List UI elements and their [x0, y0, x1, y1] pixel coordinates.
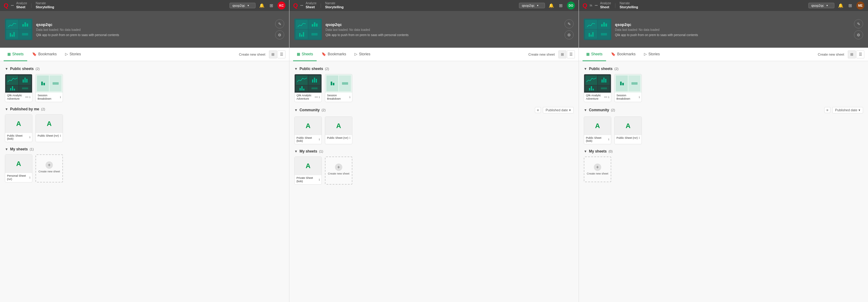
view-toggle-2: ⊞ ☰ — [558, 51, 575, 58]
sheet-name-session-1: Session Breakdown — [38, 94, 59, 100]
bell-icon-3[interactable]: 🔔 — [837, 2, 844, 9]
bell-icon-1[interactable]: 🔔 — [258, 2, 265, 9]
tab-stories-3[interactable]: ▷ Stories — [640, 48, 663, 61]
sheet-info-session-2[interactable]: ℹ — [349, 96, 350, 99]
create-label-1: Create new sheet — [38, 170, 60, 173]
grid-icon-1[interactable]: ⊞ — [268, 2, 275, 9]
sheet-card-session-2[interactable]: Session Breakdown ℹ — [325, 74, 352, 102]
app-dropdown-1[interactable]: qsop2qc — [229, 3, 255, 8]
sheet-card-qlik-3[interactable]: Qlik Analytic Adventure ••• ℹ — [584, 74, 611, 102]
create-plus-icon-1: + — [45, 161, 53, 169]
sheet-info-community-rvr-2[interactable]: ℹ — [349, 136, 350, 140]
sheet-card-community-bob-2[interactable]: A Public Sheet (bob) ℹ — [294, 117, 322, 145]
grid-icon-3[interactable]: ⊞ — [847, 2, 854, 9]
create-sheet-btn-3[interactable]: Create new sheet — [818, 53, 844, 56]
sheet-card-session-1[interactable]: Session Breakdown ℹ — [35, 74, 63, 102]
app-header-actions-1: ✎ ⚙ — [275, 19, 284, 39]
sheet-footer-session-2: Session Breakdown ℹ — [325, 93, 352, 102]
mode-info-2: Analyze Sheet — [306, 2, 317, 9]
sheet-tab-icon-2: ▦ — [297, 52, 300, 56]
tab-stories-1[interactable]: ▷ Stories — [61, 48, 84, 61]
sheet-info-session-1[interactable]: ℹ — [60, 96, 61, 99]
sheet-info-qlik-3[interactable]: ℹ — [608, 96, 609, 99]
grid-view-btn-2[interactable]: ⊞ — [558, 51, 566, 58]
tab-bookmarks-3[interactable]: 🔖 Bookmarks — [607, 48, 639, 61]
sheet-card-create-2[interactable]: + Create new sheet — [325, 156, 352, 185]
sheet-info-1[interactable]: ℹ — [29, 96, 30, 99]
section-toggle-my-3[interactable]: ▼ — [584, 149, 587, 153]
sheet-card-qlik-1[interactable]: Qlik Analytic Adventure ••• ℹ — [5, 74, 32, 102]
section-toggle-public-1[interactable]: ▼ — [5, 67, 8, 70]
sheet-more-3[interactable]: ••• — [604, 95, 607, 99]
more-icon-3[interactable]: ••• — [595, 4, 597, 7]
edit-action-2[interactable]: ✎ — [564, 19, 574, 28]
mini-line-chart-1 — [7, 77, 18, 84]
tab-sheets-3[interactable]: ▦ Sheets — [583, 48, 606, 61]
section-toggle-public-2[interactable]: ▼ — [294, 67, 298, 70]
sheet-card-personal-1[interactable]: A Personal Sheet (rvr) ℹ — [5, 154, 32, 182]
section-toggle-community-2[interactable]: ▼ — [294, 108, 298, 112]
list-view-btn-3[interactable]: ☰ — [857, 51, 864, 58]
sheet-more-1[interactable]: ••• — [25, 95, 28, 99]
sheet-name-private-2: Private Sheet (bob) — [297, 176, 318, 183]
section-toggle-public-3[interactable]: ▼ — [584, 67, 587, 70]
sheet-card-community-rvr-3[interactable]: A Public Sheet (rvr) ℹ — [614, 117, 642, 145]
create-sheet-label-2: Create new sheet — [528, 53, 555, 56]
section-toggle-my-2[interactable]: ▼ — [294, 149, 298, 153]
list-view-btn-2[interactable]: ☰ — [567, 51, 575, 58]
settings-action-1[interactable]: ⚙ — [275, 30, 284, 39]
tab-stories-2[interactable]: ▷ Stories — [351, 48, 374, 61]
edit-action-1[interactable]: ✎ — [275, 19, 284, 28]
sheet-card-public-rvr-1[interactable]: A Public Sheet (rvr) ℹ — [35, 114, 63, 143]
app-dropdown-3[interactable]: qsop2qc — [808, 3, 834, 8]
grid-view-btn-3[interactable]: ⊞ — [848, 51, 856, 58]
tab-bookmarks-2[interactable]: 🔖 Bookmarks — [318, 48, 350, 61]
sheet-card-create-1[interactable]: + Create new sheet — [35, 154, 63, 182]
sheet-card-public-bob-1[interactable]: A Public Sheet (bob) ℹ — [5, 114, 32, 143]
sheet-info-session-3[interactable]: ℹ — [639, 96, 640, 99]
sheet-footer-personal-1: Personal Sheet (rvr) ℹ — [5, 173, 32, 182]
bell-icon-2[interactable]: 🔔 — [548, 2, 555, 9]
create-sheet-btn-2[interactable]: Create new sheet — [528, 53, 555, 56]
tab-bookmarks-label-3: Bookmarks — [617, 52, 636, 56]
grid-view-btn-1[interactable]: ⊞ — [269, 51, 277, 58]
more-icon-2[interactable]: ••• — [301, 4, 303, 7]
tab-sheets-2[interactable]: ▦ Sheets — [293, 48, 317, 61]
sheet-card-community-bob-3[interactable]: A Public Sheet (bob) ℹ — [584, 117, 611, 145]
sheet-info-personal-1[interactable]: ℹ — [29, 176, 30, 179]
settings-action-2[interactable]: ⚙ — [564, 30, 574, 39]
sheet-footer-private-2: Private Sheet (bob) ℹ — [294, 175, 321, 184]
section-toggle-pubme-1[interactable]: ▼ — [5, 107, 8, 111]
sheet-card-community-rvr-2[interactable]: A Public Sheet (rvr) ℹ — [325, 117, 352, 145]
sheet-more-2[interactable]: ••• — [314, 95, 318, 99]
sheet-info-community-rvr-3[interactable]: ℹ — [639, 136, 640, 140]
section-toggle-community-3[interactable]: ▼ — [584, 108, 587, 112]
sheet-info-private-2[interactable]: ℹ — [319, 178, 320, 181]
create-sheet-btn-1[interactable]: Create new sheet — [239, 53, 265, 56]
app-dropdown-2[interactable]: qsop2qc — [519, 3, 545, 8]
sheet-info-bob-1[interactable]: ℹ — [29, 136, 30, 139]
section-toggle-my-1[interactable]: ▼ — [5, 147, 8, 151]
qlik-text-3: lik — [590, 4, 593, 7]
settings-action-3[interactable]: ⚙ — [854, 30, 863, 39]
sort-dropdown-2[interactable]: Published date ▾ — [543, 107, 574, 113]
tab-sheets-1[interactable]: ▦ Sheets — [4, 48, 27, 61]
sheet-card-private-2[interactable]: A Private Sheet (bob) ℹ — [294, 156, 322, 185]
sheet-info-qlik-2[interactable]: ℹ — [319, 96, 320, 99]
list-view-btn-1[interactable]: ☰ — [278, 51, 285, 58]
tab-bookmarks-1[interactable]: 🔖 Bookmarks — [28, 48, 60, 61]
edit-action-3[interactable]: ✎ — [854, 19, 863, 28]
list-sort-icon-2[interactable]: ≡ — [535, 107, 541, 113]
sheet-card-create-3[interactable]: + Create new sheet — [584, 156, 611, 182]
list-sort-icon-3[interactable]: ≡ — [824, 107, 830, 113]
sheet-card-session-3[interactable]: Session Breakdown ℹ — [614, 74, 642, 102]
sheet-info-rvr-1[interactable]: ℹ — [60, 134, 61, 137]
mode-label-3: Analyze — [600, 2, 611, 5]
sheet-info-community-bob-3[interactable]: ℹ — [608, 138, 609, 141]
sheet-letter-community-rvr-3: A — [626, 122, 630, 130]
sort-dropdown-3[interactable]: Published date ▾ — [832, 107, 863, 113]
sheet-info-community-bob-2[interactable]: ℹ — [319, 138, 320, 141]
more-icon-1[interactable]: ••• — [11, 4, 14, 7]
sheet-card-qlik-2[interactable]: Qlik Analytic Adventure ••• ℹ — [294, 74, 322, 102]
grid-icon-2[interactable]: ⊞ — [557, 2, 564, 9]
